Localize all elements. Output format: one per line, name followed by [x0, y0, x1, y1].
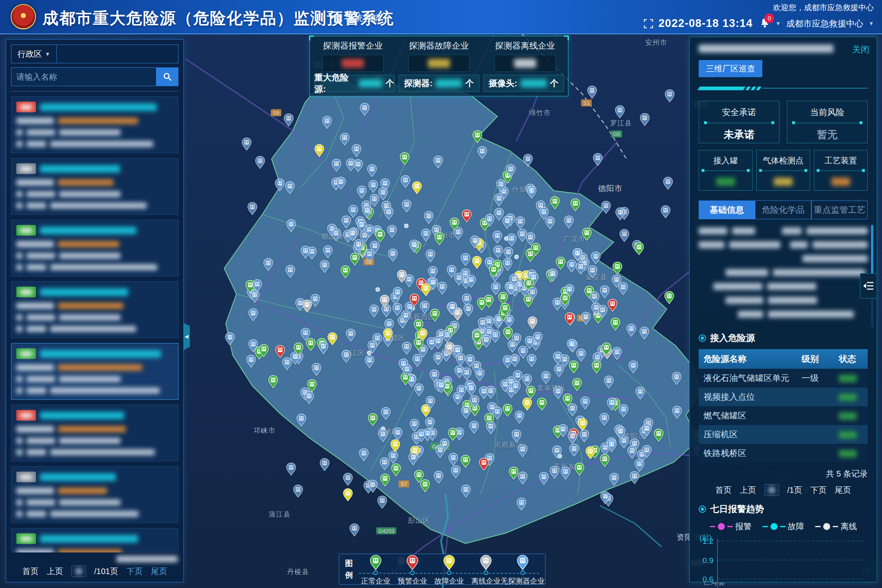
map-marker-blue[interactable] — [660, 205, 671, 218]
map-marker-blue[interactable] — [494, 208, 504, 221]
map-marker-blue[interactable] — [589, 292, 600, 305]
map-marker-blue[interactable] — [526, 186, 537, 199]
map-marker-blue[interactable] — [470, 236, 480, 249]
map-marker-blue[interactable] — [612, 347, 622, 360]
map-marker-blue[interactable] — [421, 229, 431, 242]
map-marker-blue[interactable] — [615, 207, 626, 220]
map-marker-blue[interactable] — [527, 287, 538, 300]
hz-page-last[interactable]: 尾页 — [835, 485, 851, 496]
map-marker-blue[interactable] — [285, 181, 295, 194]
map-marker-green[interactable] — [550, 196, 560, 209]
map-marker-green[interactable] — [268, 375, 278, 388]
map-marker-blue[interactable] — [274, 178, 285, 192]
map-marker-green[interactable] — [305, 338, 316, 351]
map-marker-green[interactable] — [258, 344, 269, 357]
map-marker-blue[interactable] — [367, 164, 377, 177]
map-marker-blue[interactable] — [611, 275, 622, 288]
map-marker-blue[interactable] — [465, 354, 475, 368]
map-marker-yellow[interactable] — [585, 446, 596, 459]
map-marker-yellow[interactable] — [472, 256, 482, 269]
map-marker-blue[interactable] — [517, 229, 528, 242]
map-marker-blue[interactable] — [548, 269, 558, 282]
company-card[interactable] — [11, 158, 178, 215]
map-marker-blue[interactable] — [285, 265, 296, 278]
map-marker-gray[interactable] — [444, 342, 455, 355]
map-marker-gray[interactable] — [379, 295, 390, 308]
map-marker-dot[interactable] — [504, 236, 508, 241]
map-marker-blue[interactable] — [541, 371, 551, 384]
map-marker-blue[interactable] — [606, 398, 617, 411]
map-marker-blue[interactable] — [435, 445, 445, 458]
map-marker-blue[interactable] — [634, 459, 645, 472]
map-marker-dot[interactable] — [558, 454, 562, 459]
map-marker-blue[interactable] — [364, 355, 375, 368]
map-marker-blue[interactable] — [433, 156, 443, 169]
map-marker-green[interactable] — [570, 198, 581, 212]
map-marker-green[interactable] — [601, 343, 612, 356]
map-marker-green[interactable] — [562, 394, 573, 407]
map-marker-blue[interactable] — [246, 355, 256, 368]
map-marker-blue[interactable] — [343, 473, 353, 486]
map-marker-blue[interactable] — [581, 312, 591, 325]
map-marker-green[interactable] — [572, 378, 582, 391]
map-marker-blue[interactable] — [477, 146, 488, 159]
map-marker-blue[interactable] — [414, 383, 424, 396]
map-marker-blue[interactable] — [448, 453, 459, 466]
map-marker-blue[interactable] — [609, 473, 619, 486]
map-marker-blue[interactable] — [345, 329, 356, 342]
map-marker-blue[interactable] — [524, 336, 535, 349]
map-marker-yellow[interactable] — [343, 488, 353, 501]
map-marker-blue[interactable] — [484, 214, 495, 227]
map-marker-red[interactable] — [479, 458, 489, 471]
map-marker-green[interactable] — [560, 293, 570, 306]
map-marker-blue[interactable] — [461, 406, 471, 419]
map-marker-blue[interactable] — [425, 396, 436, 409]
map-marker-green[interactable] — [503, 327, 513, 340]
region-filter-value-input[interactable] — [56, 45, 178, 63]
map-marker-blue[interactable] — [522, 374, 532, 387]
map-marker-blue[interactable] — [569, 444, 579, 457]
map-marker-green[interactable] — [500, 303, 510, 316]
company-card[interactable] — [11, 466, 178, 523]
map-marker-dot[interactable] — [404, 223, 408, 228]
page-first[interactable]: 首页 — [22, 566, 39, 577]
map-marker-blue[interactable] — [311, 363, 322, 376]
map-marker-blue[interactable] — [597, 305, 608, 318]
map-marker-blue[interactable] — [425, 249, 436, 263]
map-marker-blue[interactable] — [566, 339, 577, 352]
map-marker-blue[interactable] — [388, 451, 399, 464]
map-marker-yellow[interactable] — [314, 144, 325, 157]
map-marker-green[interactable] — [581, 228, 592, 241]
map-marker-blue[interactable] — [599, 285, 610, 298]
map-marker-blue[interactable] — [388, 249, 398, 262]
map-marker-blue[interactable] — [364, 249, 375, 262]
map-marker-blue[interactable] — [364, 225, 374, 238]
map-marker-green[interactable] — [391, 463, 401, 477]
map-marker-blue[interactable] — [502, 355, 513, 368]
fullscreen-icon[interactable] — [644, 19, 653, 29]
map-marker-blue[interactable] — [331, 228, 341, 241]
hz-page-first[interactable]: 首页 — [715, 485, 732, 496]
map-marker-blue[interactable] — [481, 335, 492, 348]
map-marker-blue[interactable] — [401, 200, 412, 213]
map-marker-blue[interactable] — [506, 234, 517, 247]
map-marker-blue[interactable] — [286, 463, 296, 476]
hz-page-input[interactable] — [764, 484, 779, 496]
map-marker-green[interactable] — [477, 298, 487, 311]
hazard-table-row[interactable]: 压缩机区 — [699, 425, 868, 444]
map-marker-blue[interactable] — [502, 258, 513, 271]
map-marker-gray[interactable] — [302, 300, 312, 313]
region-filter-dropdown[interactable]: 行政区 ▼ — [11, 45, 56, 63]
map-marker-blue[interactable] — [381, 407, 391, 420]
page-input[interactable] — [71, 566, 86, 577]
map-marker-blue[interactable] — [601, 201, 611, 214]
map-marker-blue[interactable] — [383, 207, 394, 220]
map-marker-blue[interactable] — [599, 413, 610, 426]
map-marker-blue[interactable] — [539, 207, 549, 220]
map-marker-blue[interactable] — [428, 266, 438, 279]
map-marker-blue[interactable] — [496, 179, 506, 192]
map-marker-blue[interactable] — [579, 430, 590, 443]
map-marker-blue[interactable] — [368, 480, 378, 493]
map-marker-blue[interactable] — [492, 231, 503, 244]
map-marker-blue[interactable] — [241, 138, 252, 151]
